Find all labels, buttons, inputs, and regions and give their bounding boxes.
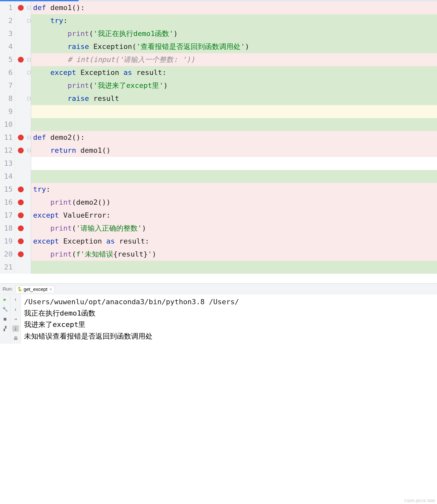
code-content[interactable]: except ValueError: <box>31 209 437 222</box>
breakpoint-gutter[interactable] <box>15 235 27 248</box>
line-number[interactable]: 21 <box>0 261 15 274</box>
line-number[interactable]: 19 <box>0 235 15 248</box>
breakpoint-gutter[interactable] <box>15 209 27 222</box>
code-line[interactable]: 16 print(demo2()) <box>0 196 437 209</box>
code-line[interactable]: 19except Exception as result: <box>0 235 437 248</box>
print-icon[interactable]: 🖶 <box>12 335 19 342</box>
code-line[interactable]: 18 print('请输入正确的整数') <box>0 222 437 235</box>
code-line[interactable]: 7 print('我进来了except里') <box>0 79 437 92</box>
breakpoint-gutter[interactable] <box>15 118 27 131</box>
line-number[interactable]: 9 <box>0 105 15 118</box>
code-line[interactable]: 20 print(f'未知错误{result}') <box>0 248 437 261</box>
code-content[interactable] <box>31 157 437 170</box>
fold-icon[interactable] <box>27 136 31 139</box>
fold-gutter[interactable] <box>27 40 31 53</box>
breakpoint-icon[interactable] <box>18 148 24 153</box>
code-line[interactable]: 12 return demo1() <box>0 144 437 157</box>
code-content[interactable] <box>31 118 437 131</box>
breakpoint-icon[interactable] <box>18 212 24 218</box>
rerun-icon[interactable]: ▶ <box>2 296 8 303</box>
line-number[interactable]: 8 <box>0 92 15 105</box>
code-line[interactable]: 15try: <box>0 183 437 196</box>
scroll-icon[interactable]: ⤓ <box>12 325 19 332</box>
breakpoint-gutter[interactable] <box>15 261 27 274</box>
line-number[interactable]: 11 <box>0 131 15 144</box>
code-content[interactable]: print('请输入正确的整数') <box>31 222 437 235</box>
line-number[interactable]: 1 <box>0 1 15 14</box>
code-line[interactable]: 9 <box>0 105 437 118</box>
fold-gutter[interactable] <box>27 53 31 66</box>
line-number[interactable]: 10 <box>0 118 15 131</box>
fold-gutter[interactable] <box>27 1 31 14</box>
code-line[interactable]: 2 try: <box>0 14 437 27</box>
code-line[interactable]: 21 <box>0 261 437 274</box>
line-number[interactable]: 7 <box>0 79 15 92</box>
breakpoint-icon[interactable] <box>18 225 24 231</box>
breakpoint-gutter[interactable] <box>15 170 27 183</box>
code-line[interactable]: 5 # int(input('请输入一个整数: ')) <box>0 53 437 66</box>
fold-gutter[interactable] <box>27 170 31 183</box>
code-line[interactable]: 1def demo1(): <box>0 1 437 14</box>
line-number[interactable]: 17 <box>0 209 15 222</box>
fold-gutter[interactable] <box>27 248 31 261</box>
breakpoint-gutter[interactable] <box>15 92 27 105</box>
line-number[interactable]: 15 <box>0 183 15 196</box>
fold-gutter[interactable] <box>27 261 31 274</box>
wrench-icon[interactable]: 🔧 <box>2 306 8 312</box>
code-content[interactable]: try: <box>31 14 437 27</box>
code-content[interactable] <box>31 261 437 274</box>
fold-gutter[interactable] <box>27 183 31 196</box>
code-content[interactable]: print('我正在执行demo1函数') <box>31 27 437 40</box>
breakpoint-gutter[interactable] <box>15 196 27 209</box>
breakpoint-icon[interactable] <box>18 135 24 140</box>
code-content[interactable]: print(demo2()) <box>31 196 437 209</box>
fold-gutter[interactable] <box>27 66 31 79</box>
code-content[interactable]: print(f'未知错误{result}') <box>31 248 437 261</box>
code-content[interactable]: # int(input('请输入一个整数: ')) <box>31 53 437 66</box>
fold-gutter[interactable] <box>27 105 31 118</box>
fold-icon[interactable] <box>27 97 31 100</box>
code-content[interactable]: return demo1() <box>31 144 437 157</box>
code-line[interactable]: 3 print('我正在执行demo1函数') <box>0 27 437 40</box>
breakpoint-gutter[interactable] <box>15 105 27 118</box>
code-line[interactable]: 11def demo2(): <box>0 131 437 144</box>
line-number[interactable]: 4 <box>0 40 15 53</box>
code-line[interactable]: 13 <box>0 157 437 170</box>
code-content[interactable]: except Exception as result: <box>31 235 437 248</box>
fold-icon[interactable] <box>27 71 31 74</box>
line-number[interactable]: 12 <box>0 144 15 157</box>
layout-icon[interactable]: ▞ <box>2 325 8 332</box>
breakpoint-gutter[interactable] <box>15 53 27 66</box>
fold-icon[interactable] <box>27 58 31 61</box>
fold-gutter[interactable] <box>27 209 31 222</box>
code-line[interactable]: 6 except Exception as result: <box>0 66 437 79</box>
breakpoint-gutter[interactable] <box>15 40 27 53</box>
breakpoint-icon[interactable] <box>18 57 24 63</box>
down-icon[interactable]: ↓ <box>12 306 19 312</box>
fold-gutter[interactable] <box>27 144 31 157</box>
code-content[interactable]: def demo2(): <box>31 131 437 144</box>
code-content[interactable] <box>31 105 437 118</box>
breakpoint-gutter[interactable] <box>15 248 27 261</box>
breakpoint-icon[interactable] <box>18 238 24 244</box>
line-number[interactable]: 16 <box>0 196 15 209</box>
line-number[interactable]: 6 <box>0 66 15 79</box>
line-number[interactable]: 3 <box>0 27 15 40</box>
code-line[interactable]: 4 raise Exception('查看报错是否返回到函数调用处') <box>0 40 437 53</box>
breakpoint-gutter[interactable] <box>15 27 27 40</box>
fold-icon[interactable] <box>27 6 31 9</box>
line-number[interactable]: 2 <box>0 14 15 27</box>
breakpoint-icon[interactable] <box>18 251 24 257</box>
fold-gutter[interactable] <box>27 157 31 170</box>
code-content[interactable]: except Exception as result: <box>31 66 437 79</box>
code-line[interactable]: 14 <box>0 170 437 183</box>
breakpoint-icon[interactable] <box>18 199 24 205</box>
fold-gutter[interactable] <box>27 27 31 40</box>
wrap-icon[interactable]: ⇥ <box>12 316 19 322</box>
breakpoint-gutter[interactable] <box>15 157 27 170</box>
code-line[interactable]: 10 <box>0 118 437 131</box>
fold-gutter[interactable] <box>27 235 31 248</box>
code-content[interactable]: def demo1(): <box>31 1 437 14</box>
code-content[interactable] <box>31 170 437 183</box>
breakpoint-gutter[interactable] <box>15 222 27 235</box>
